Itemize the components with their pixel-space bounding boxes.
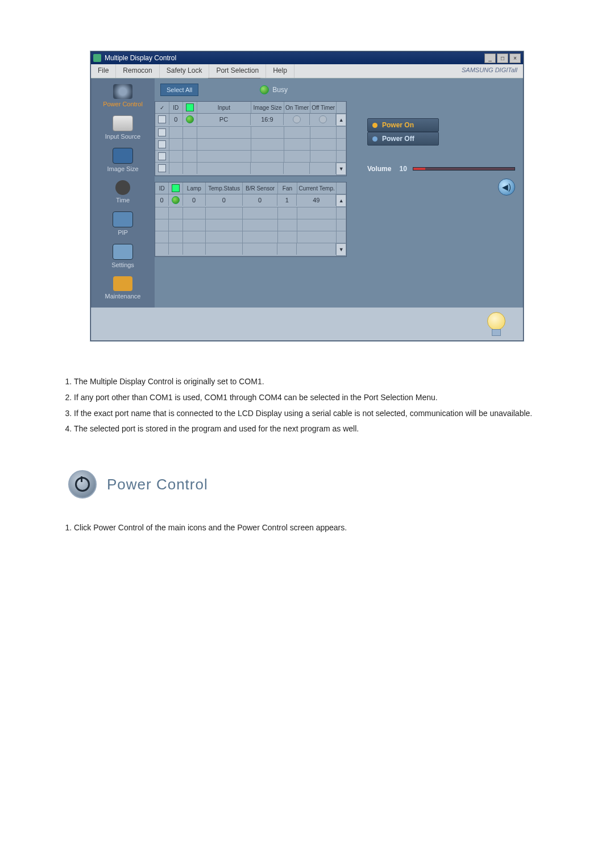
- sidebar-item-input-source[interactable]: Input Source: [91, 115, 155, 140]
- menu-port-selection[interactable]: Port Selection ✔COM1 COM2 COM3 COM4: [209, 64, 266, 78]
- scrollbar-track[interactable]: [337, 151, 346, 162]
- sidebar: Power Control Input Source Image Size Ti…: [91, 78, 155, 308]
- doc-list-2: Click Power Control of the main icons an…: [74, 521, 557, 535]
- scroll-up-button[interactable]: ▲: [336, 114, 346, 126]
- power-on-button[interactable]: Power On: [367, 118, 439, 132]
- cell-fan: [277, 243, 297, 255]
- volume-label: Volume: [367, 165, 391, 173]
- sidebar-item-pip[interactable]: PIP: [91, 211, 155, 236]
- col2-current-temp: Current Temp.: [297, 182, 337, 194]
- table-row[interactable]: [155, 207, 346, 219]
- menu-help[interactable]: Help: [266, 64, 294, 78]
- cell-off-timer: [310, 139, 337, 150]
- col-check[interactable]: ✓: [155, 102, 169, 113]
- scrollbar-track[interactable]: [337, 219, 346, 231]
- scrollbar-track[interactable]: [337, 127, 346, 138]
- cell-id: [155, 231, 169, 243]
- col-status: [183, 102, 197, 113]
- row-checkbox[interactable]: [155, 127, 169, 138]
- minimize-button[interactable]: _: [484, 53, 496, 63]
- table-row[interactable]: ▼: [155, 243, 346, 256]
- scroll-up-button[interactable]: ▲: [336, 194, 346, 207]
- cell-off-timer: [310, 114, 336, 125]
- doc-list-1: The Multiple Display Control is original…: [74, 375, 557, 436]
- cell-temp-status: [206, 207, 243, 219]
- menu-safety-lock[interactable]: Safety Lock: [160, 64, 210, 78]
- cell-temp-status: [206, 231, 243, 243]
- cell-br-sensor: [243, 243, 277, 255]
- select-all-button[interactable]: Select All: [160, 84, 198, 96]
- cell-temp-status: 0: [206, 194, 243, 206]
- display-grid: ✓ ID Input Image Size On Timer Off Timer…: [155, 101, 347, 176]
- row-checkbox[interactable]: [155, 163, 169, 174]
- sidebar-item-settings[interactable]: Settings: [91, 244, 155, 268]
- cell-current-temp: [297, 207, 337, 219]
- scroll-down-button[interactable]: ▼: [336, 243, 346, 256]
- col-id: ID: [169, 102, 184, 113]
- col2-br-sensor: B/R Sensor: [243, 182, 278, 194]
- cell-input: [197, 139, 251, 150]
- table-row[interactable]: [155, 151, 346, 163]
- doc-list-item: The selected port is stored in the progr…: [74, 422, 557, 436]
- speaker-icon[interactable]: ◀): [498, 178, 515, 196]
- cell-status: [183, 151, 197, 162]
- image-size-icon: [113, 148, 133, 164]
- cell-current-temp: [297, 231, 337, 243]
- table-row[interactable]: 0PC16:9▲: [155, 114, 346, 127]
- cell-status: [183, 127, 197, 138]
- sidebar-item-power-control[interactable]: Power Control: [91, 84, 155, 107]
- scrollbar-track[interactable]: [337, 231, 346, 243]
- volume-value: 10: [399, 165, 406, 173]
- cell-status: [183, 114, 197, 125]
- maintenance-icon: [113, 276, 132, 291]
- pip-icon: [113, 211, 133, 227]
- sidebar-item-time[interactable]: Time: [91, 180, 155, 203]
- table-row[interactable]: ▼: [155, 163, 346, 176]
- cell-id: [155, 219, 169, 231]
- sidebar-item-maintenance[interactable]: Maintenance: [91, 276, 155, 300]
- col2-id: ID: [155, 182, 169, 194]
- row-checkbox[interactable]: [155, 139, 169, 150]
- busy-dot-icon: [260, 85, 269, 94]
- table-row[interactable]: [155, 231, 346, 243]
- cell-fan: [278, 207, 297, 219]
- power-off-button[interactable]: Power Off: [367, 132, 439, 146]
- cell-lamp: [183, 231, 206, 243]
- table-row[interactable]: [155, 219, 346, 231]
- app-window: Multiple Display Control _ □ × File Remo…: [90, 51, 524, 341]
- cell-image-size: [251, 151, 284, 162]
- row-checkbox[interactable]: [155, 114, 169, 125]
- menubar: File Remocon Safety Lock Port Selection …: [91, 64, 523, 78]
- cell-status: [183, 139, 197, 150]
- cell-br-sensor: [243, 219, 278, 231]
- col-off-timer: Off Timer: [310, 102, 337, 113]
- section-title: Power Control: [107, 476, 208, 493]
- cell-image-size: 16:9: [251, 114, 284, 125]
- cell-temp-status: [206, 219, 243, 231]
- cell-on-timer: [284, 127, 310, 138]
- menu-file[interactable]: File: [91, 64, 116, 78]
- row-checkbox[interactable]: [155, 151, 169, 162]
- scrollbar-track[interactable]: [337, 207, 346, 219]
- menu-remocon[interactable]: Remocon: [116, 64, 159, 78]
- table-row[interactable]: [155, 139, 346, 151]
- bulb-icon: [487, 312, 506, 336]
- section-power-control: Power Control: [68, 470, 557, 499]
- control-panel: Power On Power Off Volume 10 ◀): [367, 118, 515, 196]
- scrollbar-track[interactable]: [337, 139, 346, 150]
- scroll-down-button[interactable]: ▼: [336, 163, 346, 175]
- maximize-button[interactable]: □: [497, 53, 508, 63]
- cell-status: [169, 243, 182, 255]
- table-row[interactable]: 0000149▲: [155, 194, 346, 207]
- close-button[interactable]: ×: [509, 53, 521, 63]
- volume-slider[interactable]: [413, 167, 515, 171]
- cell-off-timer: [310, 163, 336, 174]
- cell-off-timer: [310, 127, 337, 138]
- cell-input: PC: [197, 114, 251, 125]
- cell-id: [155, 207, 169, 219]
- table-row[interactable]: [155, 127, 346, 139]
- cell-status: [169, 207, 182, 219]
- cell-current-temp: [297, 243, 336, 255]
- doc-list-item: If the exact port name that is connected…: [74, 407, 557, 421]
- sidebar-item-image-size[interactable]: Image Size: [91, 148, 155, 172]
